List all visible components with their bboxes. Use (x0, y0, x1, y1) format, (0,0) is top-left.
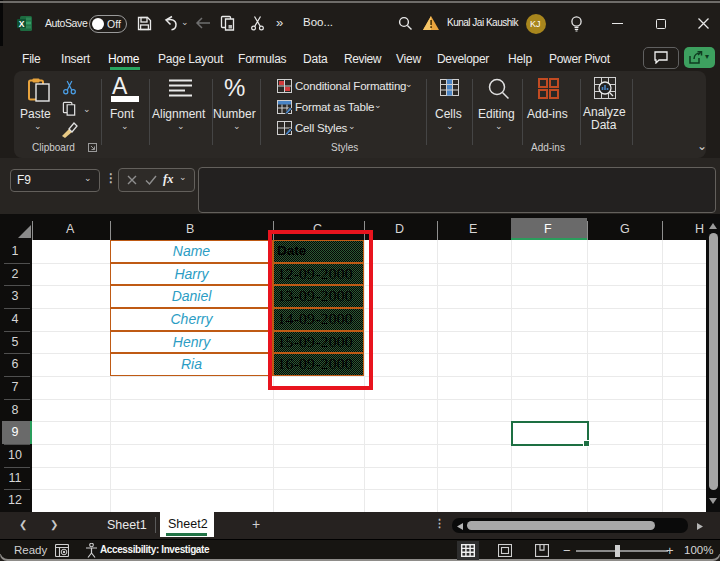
svg-text:X: X (19, 19, 25, 29)
